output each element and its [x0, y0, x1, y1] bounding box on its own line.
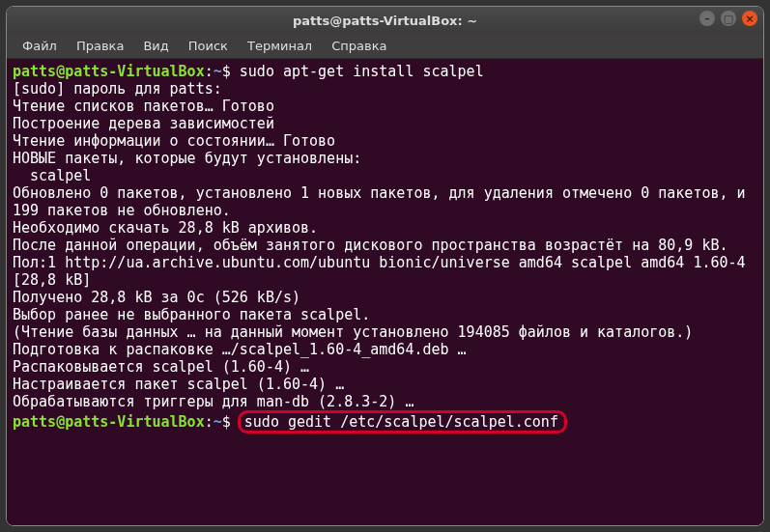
- menu-search[interactable]: Поиск: [181, 36, 236, 56]
- prompt-line-1: patts@patts-VirtualBox:~$ sudo apt-get i…: [13, 63, 757, 80]
- output-line: Получено 28,8 kB за 0с (526 kB/s): [13, 289, 757, 306]
- output-line: Выбор ранее не выбранного пакета scalpel…: [13, 306, 757, 323]
- menu-edit[interactable]: Правка: [69, 36, 131, 56]
- terminal-body[interactable]: patts@patts-VirtualBox:~$ sudo apt-get i…: [7, 59, 763, 525]
- prompt-path: ~: [214, 413, 222, 431]
- output-line: НОВЫЕ пакеты, которые будут установлены:: [13, 150, 757, 167]
- output-line: Обновлено 0 пакетов, установлено 1 новых…: [13, 184, 757, 219]
- titlebar: patts@patts-VirtualBox: ~ – ▢ ×: [7, 7, 763, 34]
- close-button[interactable]: ×: [742, 11, 757, 26]
- output-line: (Чтение базы данных … на данный момент у…: [13, 323, 757, 341]
- output-line: scalpel: [13, 167, 757, 184]
- command-2: sudo gedit /etc/scalpel/scalpel.conf: [244, 413, 558, 431]
- menu-view[interactable]: Вид: [135, 36, 176, 56]
- output-line: Необходимо скачать 28,8 kB архивов.: [13, 219, 757, 237]
- highlighted-command: sudo gedit /etc/scalpel/scalpel.conf: [238, 410, 567, 434]
- menu-terminal[interactable]: Терминал: [240, 36, 320, 56]
- output-line: Распаковывается scalpel (1.60-4) …: [13, 358, 757, 376]
- output-line: Пол:1 http://ua.archive.ubuntu.com/ubunt…: [13, 254, 757, 289]
- window-controls: – ▢ ×: [699, 11, 757, 26]
- prompt-symbol: $: [222, 413, 231, 431]
- maximize-button[interactable]: ▢: [721, 11, 736, 26]
- terminal-window: patts@patts-VirtualBox: ~ – ▢ × Файл Пра…: [6, 6, 764, 526]
- menubar: Файл Правка Вид Поиск Терминал Справка: [7, 34, 763, 59]
- prompt-symbol: $: [222, 63, 231, 80]
- prompt-line-2: patts@patts-VirtualBox:~$ sudo gedit /et…: [13, 410, 757, 434]
- output-line: Чтение списков пакетов… Готово: [13, 98, 757, 115]
- prompt-path: ~: [214, 63, 222, 80]
- output-line: После данной операции, объём занятого ди…: [13, 237, 757, 254]
- prompt-userhost: patts@patts-VirtualBox: [13, 63, 205, 80]
- window-title: patts@patts-VirtualBox: ~: [293, 14, 477, 28]
- menu-file[interactable]: Файл: [14, 36, 65, 56]
- output-line: Настраивается пакет scalpel (1.60-4) …: [13, 376, 757, 393]
- output-line: Построение дерева зависимостей: [13, 115, 757, 132]
- minimize-button[interactable]: –: [699, 11, 715, 26]
- output-line: Обрабатываются триггеры для man-db (2.8.…: [13, 393, 757, 410]
- output-line: Чтение информации о состоянии… Готово: [13, 132, 757, 150]
- menu-help[interactable]: Справка: [324, 36, 394, 56]
- output-line: [sudo] пароль для patts:: [13, 80, 757, 98]
- command-1: sudo apt-get install scalpel: [240, 63, 484, 80]
- output-line: Подготовка к распаковке …/scalpel_1.60-4…: [13, 341, 757, 358]
- prompt-userhost: patts@patts-VirtualBox: [13, 413, 205, 431]
